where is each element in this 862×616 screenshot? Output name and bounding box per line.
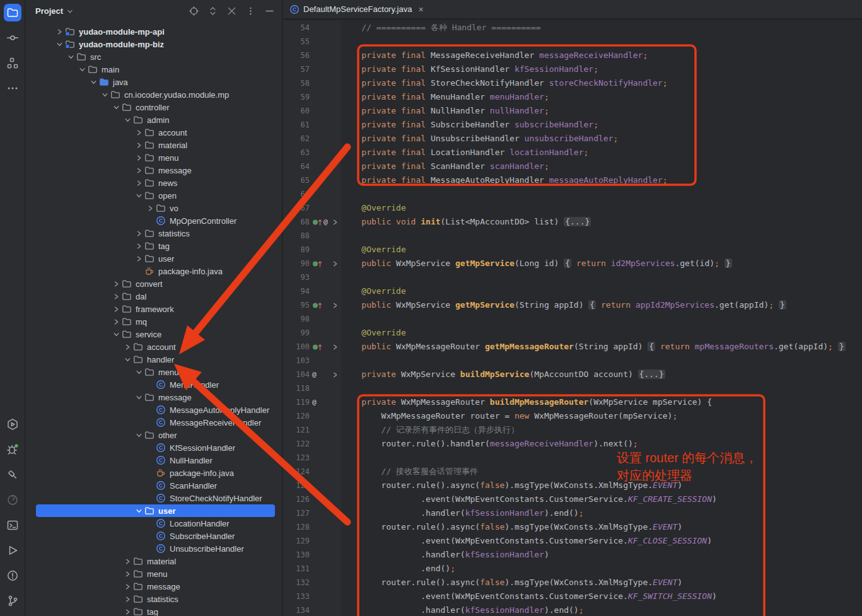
chevron-down-icon[interactable]: [99, 90, 110, 99]
fold-chevron-icon[interactable]: [332, 371, 339, 378]
chevron-down-icon[interactable]: [110, 330, 122, 339]
chevron-right-icon[interactable]: [133, 141, 144, 149]
tree-item[interactable]: controller: [25, 101, 282, 113]
editor-gutter[interactable]: 119@: [283, 395, 341, 409]
chevron-down-icon[interactable]: [66, 8, 74, 15]
chevron-down-icon[interactable]: [133, 506, 144, 515]
tree-item[interactable]: framework: [25, 303, 282, 315]
debug-tool-icon[interactable]: [4, 441, 21, 458]
chevron-right-icon[interactable]: [133, 241, 144, 250]
editor-gutter[interactable]: 95: [283, 298, 341, 312]
chevron-down-icon[interactable]: [76, 65, 88, 74]
editor-gutter[interactable]: 65: [283, 173, 341, 187]
tree-item[interactable]: material: [25, 555, 282, 567]
editor-gutter[interactable]: 59: [283, 90, 341, 104]
tree-item[interactable]: convert: [25, 277, 282, 290]
editor-gutter[interactable]: 104@: [283, 368, 341, 381]
more-tools-tool-icon[interactable]: [4, 79, 21, 97]
tree-item[interactable]: handler: [25, 353, 282, 366]
annotation-marker-icon[interactable]: @: [312, 371, 317, 378]
chevron-right-icon[interactable]: [110, 279, 122, 288]
tree-item[interactable]: user: [25, 252, 282, 265]
chevron-down-icon[interactable]: [133, 393, 144, 402]
tree-item[interactable]: statistics: [25, 227, 282, 240]
annotation-marker-icon[interactable]: @: [312, 398, 317, 406]
close-tab-icon[interactable]: ×: [418, 4, 423, 15]
tree-item[interactable]: tag: [25, 605, 282, 616]
chevron-down-icon[interactable]: [88, 78, 99, 86]
editor-gutter[interactable]: 123: [283, 451, 341, 465]
editor-gutter[interactable]: 130: [283, 548, 341, 562]
tree-item[interactable]: CKfSessionHandler: [25, 441, 282, 454]
editor-gutter[interactable]: 88: [283, 229, 341, 243]
editor-gutter[interactable]: 89: [283, 243, 341, 257]
editor-gutter[interactable]: 98: [283, 312, 341, 326]
chevron-right-icon[interactable]: [122, 569, 133, 578]
tree-item[interactable]: material: [25, 139, 282, 151]
tree-item[interactable]: message: [25, 391, 282, 404]
chevron-right-icon[interactable]: [133, 229, 144, 238]
editor-gutter[interactable]: 121: [283, 423, 341, 437]
chevron-down-icon[interactable]: [65, 52, 76, 61]
editor-gutter[interactable]: 124: [283, 465, 341, 479]
editor-gutter[interactable]: 63: [283, 146, 341, 160]
editor-gutter[interactable]: 61: [283, 118, 341, 132]
hide-panel-icon[interactable]: [263, 5, 276, 18]
tree-item[interactable]: menu: [25, 567, 282, 580]
editor-gutter[interactable]: 125: [283, 479, 341, 492]
chevron-down-icon[interactable]: [133, 431, 144, 439]
chevron-right-icon[interactable]: [133, 128, 144, 137]
tree-item[interactable]: package-info.java: [25, 467, 282, 479]
override-marker-icon[interactable]: [312, 260, 323, 268]
annotation-marker-icon[interactable]: @: [323, 218, 328, 226]
editor-gutter[interactable]: 94: [283, 284, 341, 298]
editor-gutter[interactable]: 90: [283, 257, 341, 270]
tree-item[interactable]: CStoreCheckNotifyHandler: [25, 492, 282, 504]
editor-gutter[interactable]: 133: [283, 590, 341, 603]
tree-item[interactable]: yudao-module-mp-biz: [25, 38, 282, 50]
chevron-right-icon[interactable]: [122, 582, 133, 591]
run-tool-icon[interactable]: [4, 542, 21, 559]
tree-item[interactable]: CUnsubscribeHandler: [25, 542, 282, 555]
locate-file-icon[interactable]: [187, 5, 200, 18]
tree-item[interactable]: message: [25, 580, 282, 593]
tree-item[interactable]: src: [25, 50, 282, 63]
editor-gutter[interactable]: 54: [283, 21, 341, 35]
tree-item[interactable]: CSubscribeHandler: [25, 530, 282, 542]
editor-gutter[interactable]: 58: [283, 76, 341, 90]
chevron-right-icon[interactable]: [133, 178, 144, 187]
chevron-right-icon[interactable]: [122, 342, 133, 351]
tab-default-mp-service-factory[interactable]: C DefaultMpServiceFactory.java ×: [283, 0, 430, 18]
tree-item[interactable]: dal: [25, 290, 282, 303]
fold-chevron-icon[interactable]: [332, 344, 339, 351]
tree-item[interactable]: menu: [25, 151, 282, 164]
editor-gutter[interactable]: 64: [283, 160, 341, 173]
structure-tool-icon[interactable]: [4, 54, 21, 72]
tree-item[interactable]: CScanHandler: [25, 479, 282, 492]
tree-item[interactable]: open: [25, 189, 282, 202]
project-panel-title[interactable]: Project: [35, 6, 63, 16]
editor-gutter[interactable]: 131: [283, 562, 341, 576]
tree-item[interactable]: package-info.java: [25, 265, 282, 277]
chevron-right-icon[interactable]: [110, 305, 122, 313]
tree-item[interactable]: service: [25, 328, 282, 340]
tree-item[interactable]: menu: [25, 366, 282, 378]
fold-chevron-icon[interactable]: [332, 260, 339, 267]
fold-chevron-icon[interactable]: [332, 302, 339, 309]
tree-item[interactable]: cn.iocoder.yudao.module.mp: [25, 88, 282, 101]
editor-gutter[interactable]: 93: [283, 270, 341, 284]
tree-item[interactable]: CLocationHandler: [25, 517, 282, 530]
tree-item[interactable]: user: [25, 504, 282, 517]
editor-gutter[interactable]: 62: [283, 132, 341, 146]
chevron-down-icon[interactable]: [110, 103, 122, 112]
tree-item[interactable]: yudao-module-mp-api: [25, 25, 282, 38]
services-tool-icon[interactable]: [4, 416, 21, 433]
chevron-right-icon[interactable]: [122, 557, 133, 566]
chevron-right-icon[interactable]: [54, 27, 65, 36]
terminal-tool-icon[interactable]: [4, 516, 21, 534]
editor-gutter[interactable]: 56: [283, 49, 341, 62]
editor-gutter[interactable]: 68@: [283, 215, 341, 229]
chevron-right-icon[interactable]: [144, 204, 156, 212]
tree-item[interactable]: admin: [25, 113, 282, 126]
project-tool-icon[interactable]: [4, 4, 21, 21]
